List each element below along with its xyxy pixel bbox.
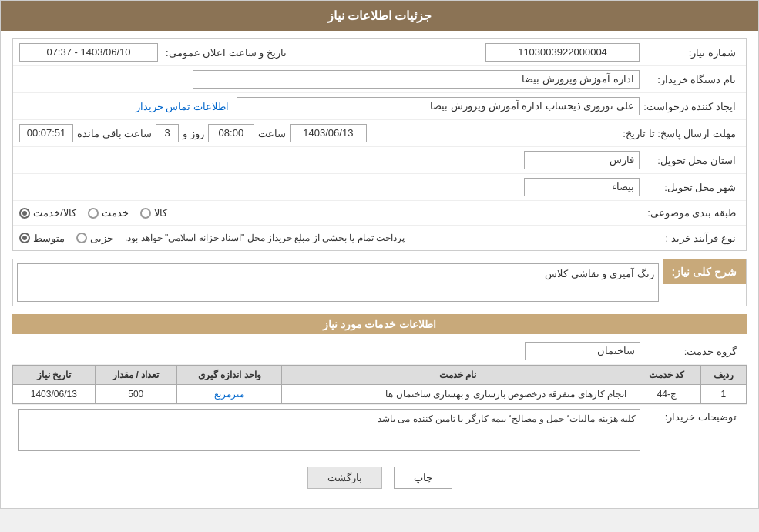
cell-unit: مترمربع <box>177 385 282 404</box>
gorohe-khedmat-field: ساختمان <box>18 342 640 360</box>
cell-date: 1403/06/13 <box>13 385 96 404</box>
radio-motevaset-item[interactable]: متوسط <box>19 233 65 244</box>
day-value: 3 <box>156 124 179 142</box>
ijad-konande-row: ایجاد کننده درخواست: علی نوروزی ذیحساب ا… <box>13 93 746 120</box>
col-kod: کد خدمت <box>633 366 701 385</box>
radio-jozei-circle[interactable] <box>76 233 87 243</box>
shomare-niaz-row: شماره نیاز: 1103003922000004 تاریخ و ساع… <box>13 39 746 66</box>
radio-khedmat-circle[interactable] <box>88 208 99 219</box>
gorohe-khedmat-value: ساختمان <box>525 342 640 360</box>
noe-farayand-radios: جزیی متوسط <box>19 233 113 244</box>
mohlat-date: 1403/06/13 <box>290 124 367 142</box>
page-header: جزئیات اطلاعات نیاز <box>1 1 758 31</box>
sharh-value: رنگ آمیزی و نقاشی کلاس <box>17 263 659 302</box>
mohlat-row: مهلت ارسال پاسخ: تا تاریخ: 1403/06/13 سا… <box>13 120 746 147</box>
shahr-value: بیضاء <box>524 178 640 196</box>
radio-kala-khedmat-circle[interactable] <box>19 208 30 219</box>
ostan-label: استان محل تحویل: <box>640 155 740 166</box>
notice-text: پرداخت تمام یا بخشی از مبلغ خریداز محل "… <box>125 233 405 243</box>
buyer-notes-label: توضیحات خریدار: <box>640 409 741 423</box>
col-count: تعداد / مقدار <box>95 366 176 385</box>
remaining-label: ساعت باقی مانده <box>77 128 152 139</box>
mohlat-time: 08:00 <box>208 124 254 142</box>
shahr-field: بیضاء <box>19 178 640 196</box>
ostan-row: استان محل تحویل: فارس <box>13 147 746 174</box>
shomare-niaz-field: 1103003922000004 <box>294 43 640 62</box>
ostan-value: فارس <box>524 151 640 169</box>
noe-farayand-label: نوع فرآیند خرید : <box>640 233 740 244</box>
radio-jozei-item[interactable]: جزیی <box>76 233 113 244</box>
nam-dastgah-value: اداره آموزش وپرورش بیضا <box>193 70 640 89</box>
gorohe-khedmat-row: گروه خدمت: ساختمان <box>12 338 747 365</box>
tarif-bandi-row: طبقه بندی موضوعی: کالا خدمت کالا/خدمت <box>13 201 746 226</box>
cell-radif: 1 <box>700 385 746 404</box>
etelaat-tamas-link[interactable]: اطلاعات تماس خریدار <box>136 101 229 112</box>
radio-khedmat-item[interactable]: خدمت <box>88 207 129 219</box>
content-area: شماره نیاز: 1103003922000004 تاریخ و ساع… <box>1 31 758 508</box>
table-row: 1 ج-44 انجام کارهای متفرقه درخصوص بازساز… <box>13 385 747 404</box>
cell-kod: ج-44 <box>633 385 701 404</box>
ijad-konande-label: ایجاد کننده درخواست: <box>640 101 740 112</box>
ijad-konande-value: علی نوروزی ذیحساب اداره آموزش وپرورش بیض… <box>237 97 640 115</box>
nam-dastgah-label: نام دستگاه خریدار: <box>640 74 740 85</box>
radio-khedmat-label: خدمت <box>102 207 129 219</box>
page-title: جزئیات اطلاعات نیاز <box>327 9 432 22</box>
tarikh-value: 1403/06/10 - 07:37 <box>19 43 158 62</box>
cell-count: 500 <box>95 385 176 404</box>
remaining-value: 00:07:51 <box>19 124 73 142</box>
tarikh-label: تاریخ و ساعت اعلان عمومی: <box>166 47 287 59</box>
radio-motevaset-label: متوسط <box>33 233 65 244</box>
ijad-konande-field: علی نوروزی ذیحساب اداره آموزش وپرورش بیض… <box>19 97 640 115</box>
radio-motevaset-circle[interactable] <box>19 233 30 243</box>
radio-jozei-label: جزیی <box>90 233 113 244</box>
sharh-section-label: شرح کلی نیاز: <box>663 259 746 284</box>
buyer-notes-row: توضیحات خریدار: کلیه هزینه مالیات٬ حمل و… <box>12 404 747 455</box>
sharh-input-area: رنگ آمیزی و نقاشی کلاس <box>13 259 663 306</box>
radio-kala-khedmat-item[interactable]: کالا/خدمت <box>19 207 76 219</box>
tarif-bandi-radios: کالا خدمت کالا/خدمت <box>19 207 640 219</box>
khadamat-section: اطلاعات خدمات مورد نیاز گروه خدمت: ساختم… <box>12 314 747 455</box>
page-wrapper: جزئیات اطلاعات نیاز شماره نیاز: 11030039… <box>0 0 759 509</box>
nam-dastgah-field: اداره آموزش وپرورش بیضا <box>19 70 640 89</box>
col-radif: ردیف <box>700 366 746 385</box>
noe-farayand-field: پرداخت تمام یا بخشی از مبلغ خریداز محل "… <box>19 233 640 244</box>
shomare-niaz-value: 1103003922000004 <box>485 43 640 62</box>
buyer-notes-value: کلیه هزینه مالیات٬ حمل و مصالح٬ بیمه کار… <box>18 409 640 451</box>
sharh-section: شرح کلی نیاز: رنگ آمیزی و نقاشی کلاس <box>12 259 747 306</box>
radio-kala-circle[interactable] <box>140 208 151 219</box>
button-row: چاپ بازگشت <box>12 455 747 500</box>
radio-kala-khedmat-label: کالا/خدمت <box>33 207 76 219</box>
day-label: روز و <box>183 128 204 139</box>
col-unit: واحد اندازه گیری <box>177 366 282 385</box>
back-button[interactable]: بازگشت <box>307 467 382 489</box>
main-form-section: شماره نیاز: 1103003922000004 تاریخ و ساع… <box>12 38 747 251</box>
time-label: ساعت <box>258 128 286 139</box>
shahr-label: شهر محل تحویل: <box>640 182 740 193</box>
print-button[interactable]: چاپ <box>394 467 452 489</box>
cell-name: انجام کارهای متفرقه درخصوص بازسازی و بهس… <box>282 385 633 404</box>
tarif-bandi-label: طبقه بندی موضوعی: <box>640 207 740 219</box>
radio-kala-label: کالا <box>154 207 167 219</box>
mohlat-fields: 1403/06/13 ساعت 08:00 روز و 3 ساعت باقی … <box>19 124 623 142</box>
col-date: تاریخ نیاز <box>13 366 96 385</box>
mohlat-label: مهلت ارسال پاسخ: تا تاریخ: <box>623 128 740 139</box>
gorohe-khedmat-label: گروه خدمت: <box>640 346 741 357</box>
radio-kala-item[interactable]: کالا <box>140 207 167 219</box>
khadamat-header: اطلاعات خدمات مورد نیاز <box>12 314 747 334</box>
col-name: نام خدمت <box>282 366 633 385</box>
service-table: ردیف کد خدمت نام خدمت واحد اندازه گیری ت… <box>12 365 747 404</box>
nam-dastgah-row: نام دستگاه خریدار: اداره آموزش وپرورش بی… <box>13 66 746 93</box>
shahr-row: شهر محل تحویل: بیضاء <box>13 174 746 201</box>
noe-farayand-row: نوع فرآیند خرید : پرداخت تمام یا بخشی از… <box>13 226 746 250</box>
ostan-field: فارس <box>19 151 640 169</box>
shomare-niaz-label: شماره نیاز: <box>640 47 740 59</box>
